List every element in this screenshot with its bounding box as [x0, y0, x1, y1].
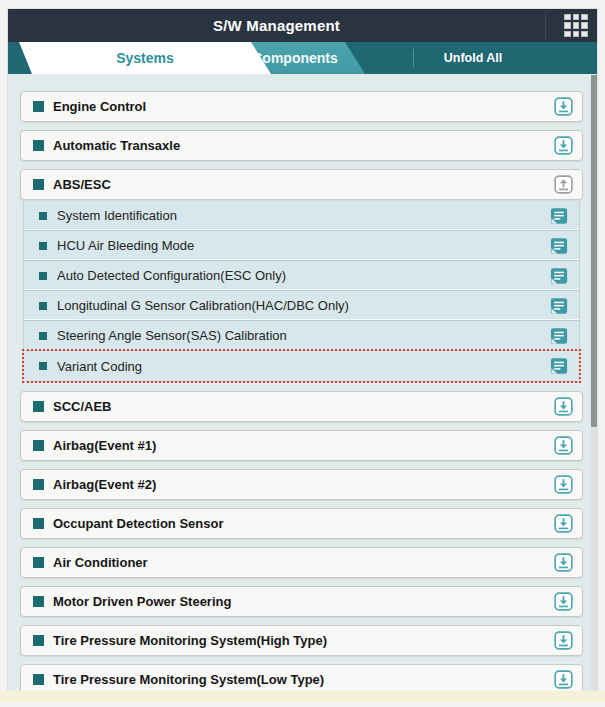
unfold-all-label: Unfold All [444, 51, 503, 65]
system-item-label: ABS/ESC [53, 177, 554, 192]
expand-down-icon[interactable] [554, 475, 573, 494]
expand-down-icon[interactable] [554, 514, 573, 533]
system-item-label: SCC/AEB [53, 399, 554, 414]
bullet-icon [39, 212, 47, 220]
system-item[interactable]: SCC/AEB [20, 391, 583, 422]
document-icon[interactable] [550, 327, 568, 345]
bullet-icon [33, 101, 44, 112]
document-icon[interactable] [550, 237, 568, 255]
function-item-label: System Identification [57, 208, 550, 223]
system-item-label: Occupant Detection Sensor [53, 516, 554, 531]
system-list: Engine Control Automatic Transaxle [8, 74, 597, 691]
system-item[interactable]: Airbag(Event #2) [20, 469, 583, 500]
function-item-label: HCU Air Bleeding Mode [57, 238, 550, 253]
system-item-label: Air Conditioner [53, 555, 554, 570]
expand-down-icon[interactable] [554, 436, 573, 455]
bullet-icon [33, 596, 44, 607]
bullet-icon [33, 140, 44, 151]
collapse-up-icon[interactable] [554, 175, 573, 194]
bullet-icon [33, 557, 44, 568]
unfold-all-button[interactable]: Unfold All [428, 42, 518, 74]
function-item[interactable]: Variant Coding [24, 351, 579, 381]
bullet-icon [33, 635, 44, 646]
document-icon[interactable] [550, 357, 568, 375]
function-item-label: Auto Detected Configuration(ESC Only) [57, 268, 550, 283]
app-window: S/W Management Components Systems Unfold… [8, 9, 597, 691]
system-item-label: Airbag(Event #2) [53, 477, 554, 492]
function-item[interactable]: System Identification [24, 201, 579, 231]
system-item-label: Tire Pressure Monitoring System(Low Type… [53, 672, 554, 687]
system-item[interactable]: Automatic Transaxle [20, 130, 583, 161]
function-item-label: Longitudinal G Sensor Calibration(HAC/DB… [57, 298, 550, 313]
document-icon[interactable] [550, 207, 568, 225]
system-item[interactable]: ABS/ESC [20, 169, 583, 200]
tab-systems-label: Systems [116, 50, 174, 66]
bullet-icon [33, 440, 44, 451]
footer-strip [0, 691, 605, 702]
bullet-icon [33, 401, 44, 412]
system-item[interactable]: Tire Pressure Monitoring System(Low Type… [20, 664, 583, 691]
page-title: S/W Management [8, 17, 545, 34]
function-item[interactable]: HCU Air Bleeding Mode [24, 231, 579, 261]
tab-bar: Components Systems Unfold All [8, 42, 597, 74]
expand-down-icon[interactable] [554, 397, 573, 416]
expand-down-icon[interactable] [554, 670, 573, 689]
system-item[interactable]: Occupant Detection Sensor [20, 508, 583, 539]
bullet-icon [39, 302, 47, 310]
expand-down-icon[interactable] [554, 97, 573, 116]
tab-components-label: Components [252, 50, 338, 66]
function-item[interactable]: Longitudinal G Sensor Calibration(HAC/DB… [24, 291, 579, 321]
bullet-icon [33, 674, 44, 685]
scrollbar-thumb[interactable] [591, 75, 597, 427]
expand-down-icon[interactable] [554, 553, 573, 572]
expand-down-icon[interactable] [554, 631, 573, 650]
function-item-label: Steering Angle Sensor(SAS) Calibration [57, 328, 550, 343]
bullet-icon [39, 242, 47, 250]
system-item-label: Motor Driven Power Steering [53, 594, 554, 609]
bullet-icon [33, 179, 44, 190]
bullet-icon [39, 362, 47, 370]
document-icon[interactable] [550, 267, 568, 285]
system-item[interactable]: Airbag(Event #1) [20, 430, 583, 461]
system-item-label: Airbag(Event #1) [53, 438, 554, 453]
system-item[interactable]: Air Conditioner [20, 547, 583, 578]
scrollbar[interactable] [591, 75, 597, 691]
system-item-label: Automatic Transaxle [53, 138, 554, 153]
bullet-icon [33, 479, 44, 490]
function-item[interactable]: Steering Angle Sensor(SAS) Calibration [24, 321, 579, 351]
title-bar: S/W Management [8, 9, 597, 42]
apps-grid-icon[interactable] [563, 13, 589, 38]
system-item[interactable]: Tire Pressure Monitoring System(High Typ… [20, 625, 583, 656]
bullet-icon [33, 518, 44, 529]
bullet-icon [39, 332, 47, 340]
system-item[interactable]: Engine Control [20, 91, 583, 122]
system-item-label: Engine Control [53, 99, 554, 114]
bullet-icon [39, 272, 47, 280]
subsystem-group: System Identification HCU Air Bleeding M… [23, 201, 580, 382]
expand-down-icon[interactable] [554, 592, 573, 611]
screen: S/W Management Components Systems Unfold… [0, 0, 605, 707]
function-item-label: Variant Coding [57, 359, 550, 374]
titlebar-divider [545, 11, 546, 40]
function-item[interactable]: Auto Detected Configuration(ESC Only) [24, 261, 579, 291]
tabbar-divider [413, 49, 414, 67]
system-item-label: Tire Pressure Monitoring System(High Typ… [53, 633, 554, 648]
expand-down-icon[interactable] [554, 136, 573, 155]
document-icon[interactable] [550, 297, 568, 315]
system-item[interactable]: Motor Driven Power Steering [20, 586, 583, 617]
tab-systems[interactable]: Systems [19, 42, 271, 74]
